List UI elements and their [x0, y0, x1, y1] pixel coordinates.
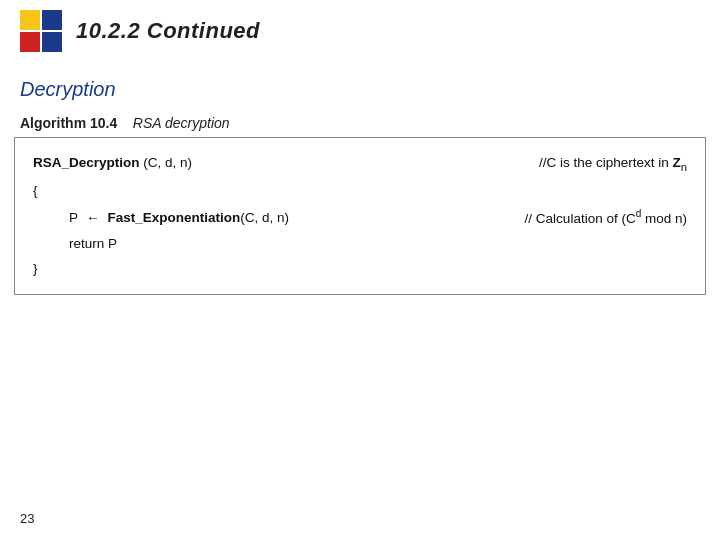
code-box: RSA_Decryption (C, d, n) //C is the ciph… — [14, 137, 706, 295]
logo — [20, 10, 62, 52]
inner-params: (C, d, n) — [240, 205, 289, 231]
algorithm-label: Algorithm 10.4 RSA decryption — [20, 115, 700, 131]
svg-rect-0 — [20, 10, 40, 30]
arrow: ← — [86, 205, 100, 231]
svg-rect-1 — [42, 10, 62, 30]
var-p: P — [69, 205, 78, 231]
page-title: 10.2.2 Continued — [76, 18, 260, 44]
svg-rect-2 — [20, 32, 40, 52]
open-brace: { — [33, 178, 38, 204]
func-params: (C, d, n) — [143, 155, 192, 170]
line1-comment: //C is the ciphertext in Zn — [519, 150, 687, 178]
svg-rect-3 — [42, 32, 62, 52]
code-line-5: } — [33, 256, 687, 282]
section-title: Decryption — [20, 78, 700, 101]
code-line-1: RSA_Decryption (C, d, n) //C is the ciph… — [33, 150, 687, 178]
func-name: RSA_Decryption (C, d, n) — [33, 150, 192, 176]
page-number: 23 — [20, 511, 34, 526]
line3-comment: // Calculation of (Cd mod n) — [505, 204, 687, 231]
close-brace: } — [33, 256, 38, 282]
algorithm-label-italic: RSA decryption — [133, 115, 230, 131]
code-line-4: return P — [33, 231, 687, 257]
return-line: return P — [69, 231, 117, 257]
fast-exp: Fast_Exponentiation — [108, 205, 241, 231]
code-line-3: P ← Fast_Exponentiation (C, d, n) // Cal… — [33, 204, 687, 231]
header: 10.2.2 Continued — [0, 0, 720, 62]
algorithm-label-bold: Algorithm 10.4 — [20, 115, 117, 131]
code-line-2: { — [33, 178, 687, 204]
